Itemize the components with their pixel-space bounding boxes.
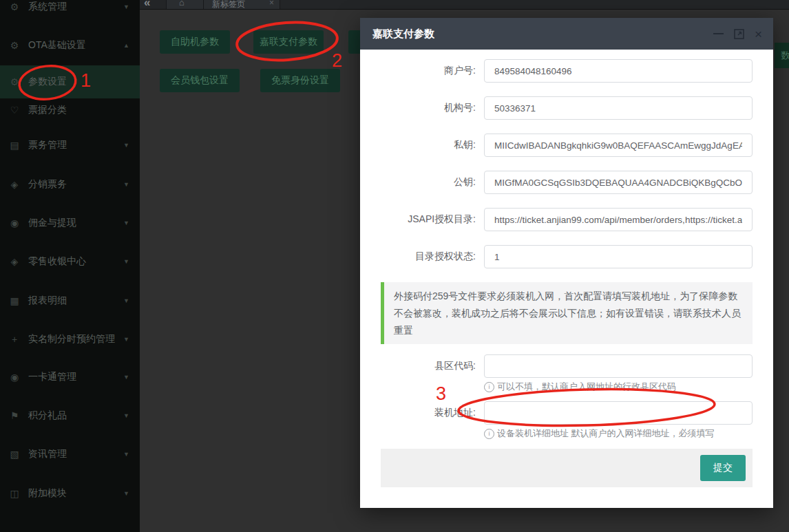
hint-text: 可以不填，默认商户入网地址的行政县区代码 [497, 381, 676, 393]
free-ticket-id-button[interactable]: 免票身份设置 [260, 69, 340, 92]
form-row-dir-auth-status: 目录授权状态: [360, 245, 773, 268]
field-label: 公钥: [360, 176, 484, 189]
monitor-icon: ▤ [8, 140, 21, 151]
chevron-down-icon: ▼ [123, 412, 129, 419]
home-icon: ⌂ [179, 0, 185, 8]
nodes-icon: ◈ [8, 179, 21, 190]
minimize-icon[interactable] [713, 33, 724, 34]
sidebar-item-label: 佣金与提现 [28, 217, 123, 229]
member-wallet-button[interactable]: 会员钱包设置 [160, 69, 240, 92]
app-window: ⚙ 系统管理 ▼ ⚙ OTA基础设置 ▲ ⚙ 参数设置 ♡ 票据分类 ▤ 票务管… [0, 0, 789, 532]
sidebar-item-label: 参数设置 [28, 76, 129, 88]
tab-bar: « ⌂ 新标签页 × [140, 0, 789, 10]
chevron-up-icon: ▲ [123, 42, 129, 49]
sidebar-item-ota-settings[interactable]: ⚙ OTA基础设置 ▲ [0, 35, 140, 56]
users-icon: ◉ [8, 372, 21, 383]
private-key-input[interactable] [484, 134, 753, 157]
field-label: 装机地址: [360, 407, 484, 419]
sidebar-collapse-icon[interactable]: « [144, 0, 150, 10]
merchant-no-input[interactable] [484, 59, 753, 83]
gear-icon: ⚙ [8, 76, 21, 87]
sidebar-item-label: 一卡通管理 [28, 371, 123, 383]
chevron-down-icon: ▼ [123, 451, 129, 458]
submit-button[interactable]: 提交 [700, 455, 746, 481]
county-code-hint: i 可以不填，默认商户入网地址的行政县区代码 [484, 381, 773, 393]
dialog-body: 商户号: 机构号: 私钥: 公钥: JSAPI授权目录: 目录授权状态: [360, 50, 773, 487]
sidebar-item-label: 票据分类 [28, 104, 129, 116]
install-address-hint: i 设备装机详细地址 默认商户的入网详细地址，必须填写 [484, 427, 773, 440]
info-icon: i [484, 382, 494, 392]
field-label: 目录授权状态: [360, 251, 484, 263]
gear-icon: ⚙ [8, 40, 21, 51]
sidebar-item-label: 附加模块 [28, 487, 123, 500]
form-row-jsapi-dirs: JSAPI授权目录: [360, 208, 773, 231]
sidebar-item-label: OTA基础设置 [28, 39, 123, 52]
kiosk-params-button[interactable]: 自助机参数 [160, 30, 230, 54]
sidebar-item-commission[interactable]: ◉ 佣金与提现 ▼ [0, 213, 140, 233]
tab-label: 新标签页 [212, 0, 245, 10]
clipped-right-button[interactable]: 数 [775, 43, 789, 68]
clipped-button-label: 数 [781, 50, 789, 62]
chevron-down-icon: ▼ [123, 220, 129, 226]
jialian-pay-params-button[interactable]: 嘉联支付参数 [253, 30, 324, 54]
sidebar-item-ticket-mgmt[interactable]: ▤ 票务管理 ▼ [0, 135, 140, 156]
sidebar-item-realname-booking[interactable]: + 实名制分时预约管理 ▼ [0, 329, 140, 350]
sidebar-item-points-gifts[interactable]: ⚑ 积分礼品 ▼ [0, 405, 140, 426]
county-code-input[interactable] [484, 354, 753, 378]
chevron-down-icon: ▼ [123, 490, 129, 497]
sidebar-item-report-detail[interactable]: ▦ 报表明细 ▼ [0, 290, 140, 311]
chevron-down-icon: ▼ [123, 374, 129, 381]
chevron-down-icon: ▼ [123, 142, 129, 149]
field-label: 私钥: [360, 139, 484, 151]
sidebar-item-label: 票务管理 [28, 139, 123, 151]
sidebar-item-label: 积分礼品 [28, 409, 123, 422]
sidebar-item-label: 零售收银中心 [28, 255, 123, 268]
sidebar-item-retail-cashier[interactable]: ◈ 零售收银中心 ▼ [0, 251, 140, 272]
tab-new-page[interactable]: 新标签页 × [203, 0, 280, 9]
sidebar-item-label: 资讯管理 [28, 448, 123, 460]
field-label: 机构号: [360, 102, 484, 114]
form-row-public-key: 公钥: [360, 171, 773, 194]
tab-home[interactable]: ⌂ [166, 0, 204, 9]
jsapi-dirs-input[interactable] [484, 208, 753, 231]
sidebar-item-label: 实名制分时预约管理 [28, 333, 123, 345]
tab-close-icon[interactable]: × [269, 0, 274, 8]
dir-auth-status-input[interactable] [484, 245, 753, 268]
maximize-icon[interactable] [734, 29, 744, 39]
window-controls: × [713, 28, 762, 41]
gear-icon: ⚙ [8, 1, 21, 12]
public-key-input[interactable] [484, 171, 753, 194]
sidebar-item-ticket-category[interactable]: ♡ 票据分类 [0, 100, 140, 120]
news-icon: ▧ [8, 449, 21, 460]
field-label: JSAPI授权目录: [360, 213, 484, 226]
sidebar-item-label: 系统管理 [28, 1, 123, 13]
chevron-down-icon: ▼ [123, 336, 129, 343]
chevron-down-icon: ▼ [123, 258, 129, 265]
install-address-input[interactable] [484, 401, 753, 425]
sidebar-item-system-mgmt[interactable]: ⚙ 系统管理 ▼ [0, 0, 140, 17]
close-icon[interactable]: × [755, 28, 762, 41]
dialog-footer: 提交 [381, 449, 753, 487]
sidebar-item-distribution[interactable]: ◈ 分销票务 ▼ [0, 174, 140, 195]
hint-text: 设备装机详细地址 默认商户的入网详细地址，必须填写 [497, 427, 715, 440]
sidebar-item-addon-modules[interactable]: ◫ 附加模块 ▼ [0, 483, 140, 504]
dialog-title: 嘉联支付参数 [372, 28, 434, 41]
sidebar-item-param-settings[interactable]: ⚙ 参数设置 [0, 72, 140, 92]
install-notice: 外接码付259号文件要求必须装机入网，首次配置请填写装机地址，为了保障参数不会被… [381, 282, 753, 344]
org-no-input[interactable] [484, 96, 753, 120]
form-row-county-code: 县区代码: [360, 354, 773, 378]
flag-icon: ⚑ [8, 410, 21, 421]
sidebar: ⚙ 系统管理 ▼ ⚙ OTA基础设置 ▲ ⚙ 参数设置 ♡ 票据分类 ▤ 票务管… [0, 0, 140, 532]
jialian-pay-params-dialog: 嘉联支付参数 × 商户号: 机构号: 私钥: [360, 18, 773, 508]
heart-icon: ♡ [8, 105, 21, 116]
sidebar-item-label: 分销票务 [28, 178, 123, 191]
plus-icon: + [8, 334, 21, 345]
sidebar-item-news-mgmt[interactable]: ▧ 资讯管理 ▼ [0, 444, 140, 465]
field-label: 县区代码: [360, 360, 484, 372]
users-icon: ◉ [8, 217, 21, 228]
form-row-merchant-no: 商户号: [360, 59, 773, 83]
nodes-icon: ◈ [8, 256, 21, 267]
sidebar-item-onecard-mgmt[interactable]: ◉ 一卡通管理 ▼ [0, 367, 140, 387]
modules-icon: ◫ [8, 488, 21, 499]
dialog-header[interactable]: 嘉联支付参数 × [360, 18, 773, 50]
